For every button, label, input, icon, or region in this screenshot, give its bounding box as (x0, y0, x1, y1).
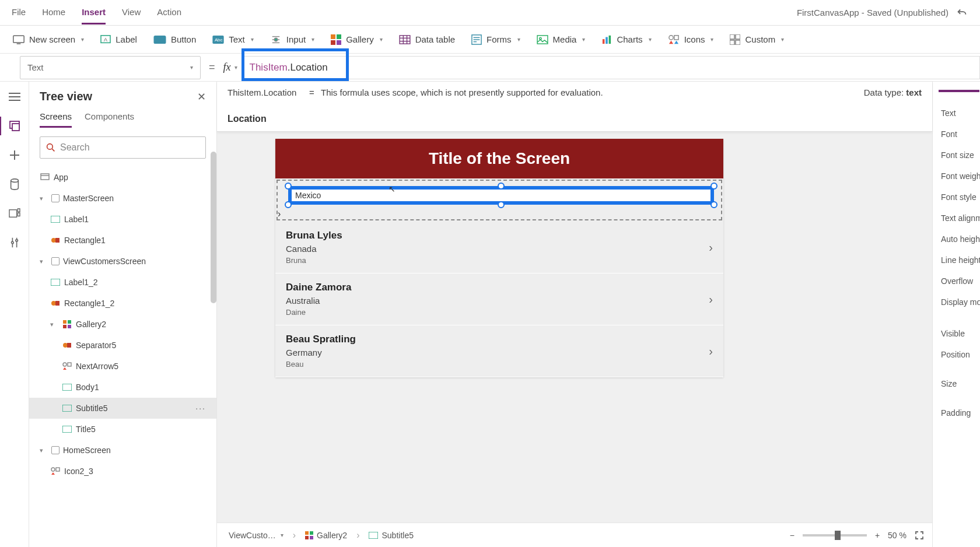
gallery-template-selected[interactable]: Mexico ↖ › (276, 180, 722, 220)
tree-app[interactable]: App (29, 167, 216, 188)
resize-handle[interactable] (710, 201, 718, 208)
media-panel-icon[interactable] (8, 206, 22, 220)
scrollbar[interactable] (211, 152, 216, 303)
tree-nextarrow5[interactable]: NextArrow5 (29, 356, 216, 377)
menu-home[interactable]: Home (42, 1, 65, 24)
tools-icon[interactable] (8, 236, 22, 250)
menu-file[interactable]: File (12, 1, 26, 24)
hamburger-icon[interactable] (8, 90, 22, 104)
resize-handle[interactable] (498, 201, 505, 208)
charts-button[interactable]: Charts▾ (599, 31, 653, 48)
gallery-control[interactable]: Mexico ↖ › Bruna Lyles (275, 180, 723, 377)
intelli-suggestion[interactable]: Location (228, 114, 922, 124)
zoom-slider[interactable] (803, 534, 867, 537)
more-icon[interactable]: ··· (195, 404, 206, 413)
prop-font[interactable]: Font (941, 124, 980, 145)
tree-view-icon[interactable] (8, 119, 22, 133)
zoom-out-button[interactable]: − (790, 531, 794, 540)
svg-rect-34 (736, 40, 740, 45)
tree-icon2_3[interactable]: Icon2_3 (29, 461, 216, 482)
undo-icon[interactable] (956, 6, 968, 19)
menu-insert[interactable]: Insert (82, 1, 106, 24)
prop-overflow[interactable]: Overflow (941, 271, 980, 292)
breadcrumb-gallery[interactable]: Gallery2 (305, 531, 347, 540)
svg-rect-13 (331, 40, 335, 45)
resize-handle[interactable] (285, 201, 292, 208)
text-button[interactable]: Abc Text▾ (210, 31, 256, 48)
resize-handle[interactable] (710, 183, 718, 190)
search-input[interactable]: Search (40, 136, 206, 159)
subtitle-selection[interactable]: Mexico (288, 186, 714, 205)
prop-font-style[interactable]: Font style (941, 187, 980, 208)
close-icon[interactable]: ✕ (197, 90, 206, 103)
screen-preview[interactable]: Title of the Screen Mexico (275, 139, 723, 377)
prop-display-mode[interactable]: Display mode (941, 292, 980, 313)
item-location: Australia (286, 296, 713, 306)
data-icon[interactable] (8, 177, 22, 191)
chevron-down-icon: ▾ (190, 64, 193, 71)
prop-padding[interactable]: Padding (941, 402, 980, 423)
zoom-thumb[interactable] (835, 531, 841, 540)
tree-viewcustomers[interactable]: ▾ ViewCustomersScreen (29, 251, 216, 272)
tree-label1[interactable]: Label1 (29, 209, 216, 230)
prop-font-weight[interactable]: Font weight (941, 166, 980, 187)
tree-rectangle1_2[interactable]: Rectangle1_2 (29, 293, 216, 314)
media-button[interactable]: Media▾ (534, 31, 588, 48)
prop-line-height[interactable]: Line height (941, 250, 980, 271)
gallery-item[interactable]: Beau Spratling Germany Beau › (275, 325, 723, 377)
chevron-right-icon[interactable]: › (709, 241, 713, 254)
button-button[interactable]: Button (151, 31, 198, 48)
new-screen-button[interactable]: New screen▾ (10, 31, 86, 48)
menu-action[interactable]: Action (157, 1, 181, 24)
gallery-button[interactable]: Gallery▾ (328, 31, 385, 48)
tree-homescreen[interactable]: ▾ HomeScreen (29, 440, 216, 461)
fit-icon[interactable] (915, 531, 924, 540)
svg-rect-54 (55, 238, 60, 243)
tree-gallery2[interactable]: ▾ Gallery2 (29, 314, 216, 335)
forms-button[interactable]: Forms▾ (469, 31, 523, 48)
gallery-item[interactable]: Bruna Lyles Canada Bruna › (275, 222, 723, 274)
tree-masterscreen[interactable]: ▾ MasterScreen (29, 188, 216, 209)
breadcrumb-subtitle[interactable]: Subtitle5 (369, 531, 413, 540)
tree-separator5[interactable]: Separator5 (29, 335, 216, 356)
chevron-right-icon[interactable]: › (709, 293, 713, 306)
fx-button[interactable]: fx ▾ (223, 61, 237, 73)
tree-subtitle5[interactable]: Subtitle5 ··· (29, 398, 216, 419)
prop-text-align[interactable]: Text alignment (941, 208, 980, 229)
custom-button[interactable]: Custom▾ (727, 31, 786, 48)
tree-label1_2[interactable]: Label1_2 (29, 272, 216, 293)
svg-rect-66 (62, 384, 72, 391)
data-table-button[interactable]: Data table (397, 31, 457, 48)
breadcrumb-screen[interactable]: ViewCusto… ▾ (225, 531, 284, 540)
resize-handle[interactable] (498, 183, 505, 190)
prop-auto-height[interactable]: Auto height (941, 229, 980, 250)
menu-view[interactable]: View (122, 1, 141, 24)
svg-rect-50 (41, 174, 49, 180)
chevron-right-icon[interactable]: › (709, 345, 713, 358)
prop-size[interactable]: Size (941, 373, 980, 394)
input-button[interactable]: Input▾ (268, 31, 317, 48)
label-button[interactable]: A Label (98, 31, 139, 48)
icons-button[interactable]: Icons▾ (666, 31, 716, 48)
gallery-item[interactable]: Daine Zamora Australia Daine › (275, 274, 723, 325)
tab-components[interactable]: Components (85, 111, 134, 128)
resize-handle[interactable] (285, 183, 292, 190)
svg-rect-26 (603, 39, 605, 44)
tab-screens[interactable]: Screens (40, 111, 72, 128)
menu-items: File Home Insert View Action (12, 1, 181, 24)
add-icon[interactable] (8, 148, 22, 162)
tree-rectangle1[interactable]: Rectangle1 (29, 230, 216, 251)
zoom-in-button[interactable]: + (875, 531, 880, 540)
shape-icon (62, 340, 72, 350)
property-selector[interactable]: Text ▾ (20, 56, 201, 79)
tree-title5[interactable]: Title5 (29, 419, 216, 440)
prop-position[interactable]: Position (941, 344, 980, 365)
svg-rect-28 (609, 35, 611, 43)
prop-text[interactable]: Text (941, 103, 980, 124)
tree-body1[interactable]: Body1 (29, 377, 216, 398)
main-body: Tree view ✕ Screens Components Search Ap… (0, 82, 980, 547)
chevron-right-icon[interactable]: › (278, 209, 281, 219)
formula-input[interactable]: ThisItem.Location (243, 56, 980, 79)
prop-visible[interactable]: Visible (941, 323, 980, 344)
prop-font-size[interactable]: Font size (941, 145, 980, 166)
